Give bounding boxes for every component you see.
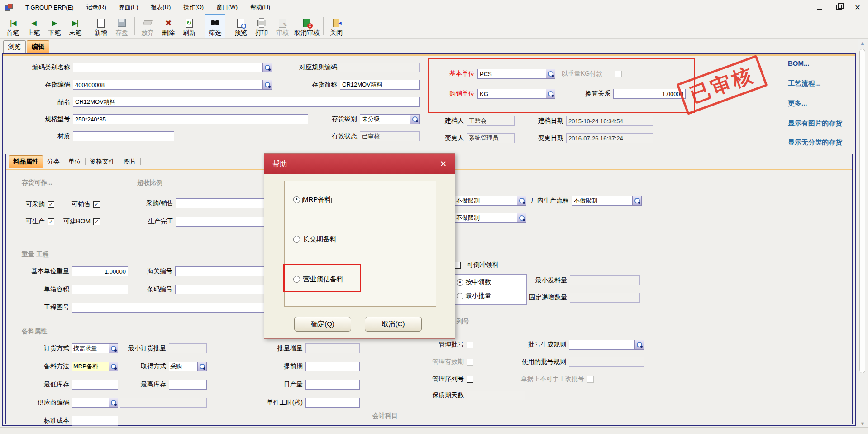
link-process-flow[interactable]: 工艺流程... <box>788 79 821 88</box>
subtab-units[interactable]: 单位 <box>64 156 85 168</box>
manage-serial-checkbox[interactable] <box>467 376 473 383</box>
lookup-icon[interactable] <box>632 196 642 206</box>
restore-button[interactable] <box>834 3 843 12</box>
lookup-icon[interactable] <box>197 362 207 371</box>
close-window-button[interactable]: ✕ <box>853 3 862 12</box>
menu-item-app[interactable]: T-GROUP ERP(E) <box>25 4 74 11</box>
lookup-icon[interactable] <box>410 114 420 124</box>
min-stock-input[interactable] <box>72 380 118 390</box>
producible-checkbox[interactable]: ✓ <box>48 218 54 225</box>
gen-rule-input[interactable] <box>569 340 644 350</box>
toolbar-last-button[interactable]: ▶|末笔 <box>65 14 86 38</box>
acquire-input[interactable]: 采购 <box>169 362 207 371</box>
prod-done-input[interactable] <box>176 217 270 227</box>
lookup-icon[interactable] <box>109 398 118 408</box>
option-mrp[interactable]: ● MRP备料 <box>293 194 331 204</box>
lookup-icon[interactable] <box>262 63 272 72</box>
lookup-icon[interactable] <box>517 213 526 223</box>
item-code-input[interactable]: 400400008 <box>73 80 272 90</box>
barcode-input[interactable] <box>175 285 269 294</box>
lookup-icon[interactable] <box>517 196 526 206</box>
item-name-input[interactable]: CR12MOV精料 <box>73 97 420 107</box>
link-bom[interactable]: BOM... <box>788 59 810 67</box>
row-unit-time: 单件工时(秒) <box>254 397 360 408</box>
toolbar-close-button[interactable]: ◄关闭 <box>326 14 347 38</box>
refresh-icon: ↻ <box>186 19 193 28</box>
std-cost-input[interactable] <box>72 416 118 426</box>
purchasable-checkbox[interactable]: ✓ <box>48 201 54 208</box>
manage-batch-checkbox[interactable] <box>467 342 473 348</box>
lookup-icon[interactable] <box>109 343 118 353</box>
subtab-classification[interactable]: 分类 <box>43 156 64 168</box>
menu-item-help[interactable]: 帮助(H) <box>250 3 270 11</box>
spec-input[interactable]: 250*240*35 <box>73 114 308 124</box>
base-weight-input[interactable]: 1.00000 <box>72 266 128 276</box>
subtab-images[interactable]: 图片 <box>119 156 140 168</box>
dialog-ok-button[interactable]: 确定(Q) <box>294 317 351 332</box>
toolbar-delete-button[interactable]: ✖删除 <box>158 14 179 38</box>
max-stock-input[interactable] <box>169 380 207 390</box>
lookup-icon[interactable] <box>109 362 118 371</box>
purchasable-label: 可采购 <box>19 200 48 208</box>
drawing-input[interactable] <box>72 303 269 313</box>
menu-item-report[interactable]: 报表(R) <box>151 3 171 11</box>
toolbar-print-button[interactable]: 打印 <box>251 14 272 38</box>
bom-allowed-checkbox[interactable]: ✓ <box>93 218 100 225</box>
method-input[interactable]: MRP备料 <box>72 362 118 371</box>
tab-edit[interactable]: 编辑 <box>27 40 49 53</box>
scroll-thumb[interactable] <box>859 49 865 373</box>
menu-item-interface[interactable]: 界面(F) <box>119 3 138 11</box>
by-request-radio[interactable]: ● <box>457 279 463 286</box>
lookup-icon[interactable] <box>262 80 272 90</box>
toolbar-next-button[interactable]: ▶下笔 <box>44 14 65 38</box>
long-lead-radio[interactable] <box>293 236 300 243</box>
unit-time-input[interactable] <box>305 398 360 408</box>
link-more[interactable]: 更多... <box>788 99 807 108</box>
vertical-scrollbar[interactable]: ▲ ▼ <box>858 39 867 428</box>
base-unit-input[interactable]: PCS <box>477 69 555 79</box>
customs-input[interactable] <box>175 266 269 276</box>
menu-item-window[interactable]: 窗口(W) <box>216 3 238 11</box>
option-long-lead[interactable]: 长交期备料 <box>293 234 337 244</box>
scroll-down-icon[interactable]: ▼ <box>858 420 867 428</box>
toolbar-preview-button[interactable]: 预览 <box>230 14 251 38</box>
trade-unit-input[interactable]: KG <box>477 89 555 99</box>
material-input[interactable] <box>73 131 174 141</box>
mrp-radio[interactable]: ● <box>293 196 300 203</box>
menu-item-record[interactable]: 记录(R) <box>86 3 106 11</box>
dialog-cancel-button[interactable]: 取消(C) <box>365 317 422 332</box>
subtab-item-attributes[interactable]: 料品属性 <box>9 155 43 168</box>
box-volume-input[interactable] <box>72 285 128 294</box>
item-level-input[interactable]: 未分级 <box>360 114 420 124</box>
toolbar-prev-button[interactable]: ◀上笔 <box>23 14 44 38</box>
daily-output-input[interactable] <box>305 380 360 390</box>
toolbar-first-button[interactable]: |◀首笔 <box>2 14 23 38</box>
subtab-qualification[interactable]: 资格文件 <box>86 156 119 168</box>
dialog-close-icon[interactable]: ✕ <box>440 159 447 169</box>
scroll-up-icon[interactable]: ▲ <box>858 39 867 47</box>
tab-browse[interactable]: 浏览 <box>3 40 26 53</box>
link-show-with-images[interactable]: 显示有图片的存货 <box>788 119 842 128</box>
minimize-button[interactable] <box>815 3 824 12</box>
ps-ratio-input[interactable] <box>176 198 270 208</box>
lookup-icon[interactable] <box>546 69 555 79</box>
lookup-icon[interactable] <box>546 89 555 99</box>
order-mode-input[interactable]: 按需求量 <box>72 343 118 353</box>
sellable-checkbox[interactable]: ✓ <box>93 201 100 208</box>
toolbar-cancel-audit-button[interactable]: ✕取消审核 <box>293 14 321 38</box>
restrict1-input[interactable]: 不做限制 <box>454 196 526 206</box>
lookup-icon[interactable] <box>634 340 644 350</box>
toolbar-refresh-button[interactable]: ↻刷新 <box>179 14 200 38</box>
factory-flow-input[interactable]: 不做限制 <box>572 196 642 206</box>
lead-time-input[interactable] <box>305 362 360 371</box>
conversion-input[interactable]: 1.00000 <box>613 89 686 99</box>
supplier-input[interactable] <box>72 398 118 408</box>
min-batch-radio[interactable] <box>457 293 463 299</box>
item-abbr-input[interactable]: CR12MOV精料 <box>340 80 420 90</box>
toolbar-filter-button[interactable]: 筛选 <box>205 14 225 38</box>
code-category-input[interactable] <box>73 63 272 72</box>
link-show-unclassified[interactable]: 显示无分类的存货 <box>788 138 842 147</box>
toolbar-new-button[interactable]: 新增 <box>91 14 111 38</box>
restrict2-input[interactable]: 不做限制 <box>454 213 526 223</box>
menu-item-operate[interactable]: 操作(O) <box>183 3 204 11</box>
